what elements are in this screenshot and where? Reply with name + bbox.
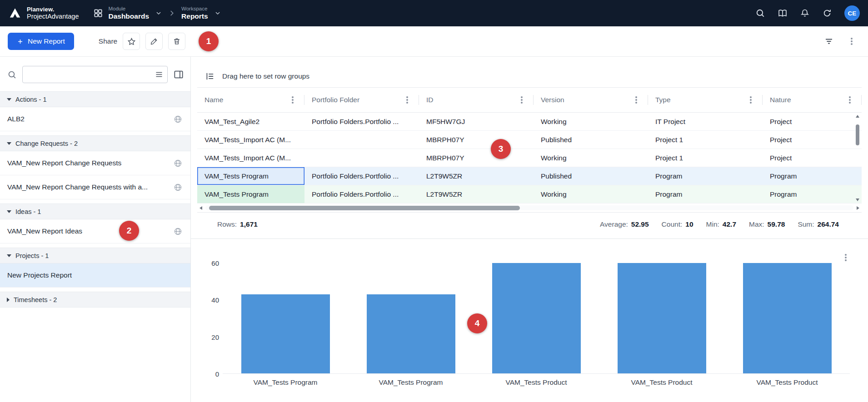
scroll-up-arrow[interactable] — [856, 115, 859, 118]
book-icon[interactable] — [778, 8, 788, 18]
cell-portfolio-folder[interactable] — [304, 149, 419, 167]
column-header-type[interactable]: Type — [648, 88, 763, 112]
report-item[interactable]: VAM_New Report Change Requests with a... — [0, 175, 190, 199]
scroll-down-arrow[interactable] — [856, 199, 859, 201]
cell-name-highlighted[interactable]: VAM_Tests Program — [197, 185, 304, 203]
report-item[interactable]: VAM_New Report Change Requests — [0, 151, 190, 175]
vertical-scrollbar[interactable] — [854, 114, 861, 203]
cell-type[interactable]: Project 1 — [648, 149, 763, 167]
chart-bar[interactable] — [492, 263, 581, 373]
chart-bar[interactable] — [743, 263, 832, 373]
column-header-id[interactable]: ID — [419, 88, 534, 112]
planview-logo — [8, 6, 22, 20]
report-item[interactable]: ALB2 — [0, 107, 190, 131]
cell-nature[interactable]: Project — [763, 131, 862, 149]
cell-portfolio-folder[interactable]: Portfolio Folders.Portfolio ... — [304, 167, 419, 185]
aggregate-min: Min:42.7 — [706, 220, 736, 228]
cell-nature[interactable]: Project — [763, 149, 862, 167]
toolbar-menu-button[interactable] — [843, 33, 860, 50]
table-row[interactable]: VAM_Tests_Import AC (M... MBRPH07Y Worki… — [197, 149, 862, 167]
cell-id[interactable]: L2T9W5ZR — [419, 167, 534, 185]
report-item[interactable]: VAM_New Report Ideas — [0, 219, 190, 243]
plus-icon — [17, 38, 24, 45]
cell-type[interactable]: IT Project — [648, 113, 763, 130]
cell-portfolio-folder[interactable]: Portfolio Folders.Portfolio ... — [304, 113, 419, 130]
column-menu-button[interactable] — [632, 95, 641, 104]
filter-button[interactable] — [820, 33, 838, 50]
report-search-input[interactable] — [22, 66, 168, 83]
report-item-selected[interactable]: New Projects Report — [0, 263, 190, 288]
table-row[interactable]: VAM_Tests_Import AC (M... MBRPH07Y Publi… — [197, 131, 862, 149]
chart-bar[interactable] — [618, 263, 706, 373]
column-menu-icon — [292, 99, 294, 101]
row-groups-drop-zone[interactable]: Drag here to set row groups — [197, 65, 862, 88]
edit-button[interactable] — [145, 33, 163, 50]
workspace-selector[interactable]: Workspace Reports — [181, 6, 221, 20]
report-item-label: VAM_New Report Change Requests with a... — [7, 183, 148, 191]
cell-id[interactable]: MBRPH07Y — [419, 149, 534, 167]
column-header-version[interactable]: Version — [534, 88, 648, 112]
refresh-icon[interactable] — [822, 8, 832, 18]
section-header-actions[interactable]: Actions - 1 — [0, 91, 190, 107]
cell-type[interactable]: Program — [648, 167, 763, 185]
section-header-timesheets[interactable]: Timesheets - 2 — [0, 292, 190, 308]
chart-bar[interactable] — [241, 294, 330, 373]
user-avatar[interactable]: CE — [844, 5, 860, 21]
cell-name-focused[interactable]: VAM_Tests Program — [197, 167, 304, 185]
report-item-label: VAM_New Report Ideas — [7, 227, 82, 235]
column-menu-button[interactable] — [746, 95, 755, 104]
scroll-left-arrow[interactable] — [200, 206, 202, 210]
horizontal-scrollbar-thumb[interactable] — [209, 206, 520, 210]
scroll-right-arrow[interactable] — [857, 206, 859, 210]
cell-id[interactable]: MBRPH07Y — [419, 131, 534, 149]
cell-version[interactable]: Working — [534, 185, 648, 203]
column-menu-button[interactable] — [845, 95, 854, 104]
chart-y-axis: 0204060 — [198, 263, 219, 374]
table-row-highlighted[interactable]: VAM_Tests Program Portfolio Folders.Port… — [197, 185, 862, 203]
chart-bar[interactable] — [367, 294, 455, 373]
column-header-name[interactable]: Name — [197, 88, 304, 112]
section-header-projects[interactable]: Projects - 1 — [0, 248, 190, 263]
share-button[interactable]: Share — [99, 37, 117, 45]
horizontal-scrollbar[interactable] — [197, 203, 862, 212]
column-header-portfolio-folder[interactable]: Portfolio Folder — [304, 88, 419, 112]
module-selector[interactable]: Module Dashboards — [93, 6, 162, 20]
cell-name[interactable]: VAM_Test_Agile2 — [197, 113, 304, 130]
table-row-selected[interactable]: VAM_Tests Program Portfolio Folders.Port… — [197, 167, 862, 185]
cell-version[interactable]: Published — [534, 167, 648, 185]
brand-text: Planview. ProjectAdvantage — [27, 6, 79, 20]
cell-name[interactable]: VAM_Tests_Import AC (M... — [197, 149, 304, 167]
delete-button[interactable] — [168, 33, 185, 50]
column-menu-button[interactable] — [403, 95, 412, 104]
vertical-scrollbar-thumb[interactable] — [856, 124, 859, 145]
cell-type[interactable]: Program — [648, 185, 763, 203]
cell-nature[interactable]: Program — [763, 185, 862, 203]
notifications-icon[interactable] — [800, 8, 810, 18]
annotation-marker-3: 3 — [491, 139, 511, 159]
section-header-change-requests[interactable]: Change Requests - 2 — [0, 135, 190, 151]
cell-nature[interactable]: Program — [763, 167, 862, 185]
cell-id[interactable]: MF5HW7GJ — [419, 113, 534, 130]
cell-nature[interactable]: Project — [763, 113, 862, 130]
section-header-ideas[interactable]: Ideas - 1 — [0, 203, 190, 219]
module-value: Dashboards — [108, 12, 149, 20]
search-icon[interactable] — [755, 8, 765, 18]
column-header-nature[interactable]: Nature — [763, 88, 862, 112]
chart-menu-button[interactable] — [841, 253, 851, 263]
horizontal-scrollbar-track[interactable] — [205, 205, 853, 210]
cell-version[interactable]: Working — [534, 113, 648, 130]
table-row[interactable]: VAM_Test_Agile2 Portfolio Folders.Portfo… — [197, 113, 862, 131]
column-menu-button[interactable] — [288, 95, 297, 104]
cell-portfolio-folder[interactable] — [304, 131, 419, 149]
favorite-button[interactable] — [123, 33, 140, 50]
panel-toggle-icon[interactable] — [173, 69, 184, 80]
cell-version[interactable]: Published — [534, 131, 648, 149]
column-menu-button[interactable] — [517, 95, 526, 104]
list-icon[interactable] — [155, 70, 164, 79]
cell-name[interactable]: VAM_Tests_Import AC (M... — [197, 131, 304, 149]
new-report-button[interactable]: New Report — [8, 33, 74, 50]
cell-portfolio-folder[interactable]: Portfolio Folders.Portfolio ... — [304, 185, 419, 203]
cell-id[interactable]: L2T9W5ZR — [419, 185, 534, 203]
cell-version[interactable]: Working — [534, 149, 648, 167]
cell-type[interactable]: Project 1 — [648, 131, 763, 149]
